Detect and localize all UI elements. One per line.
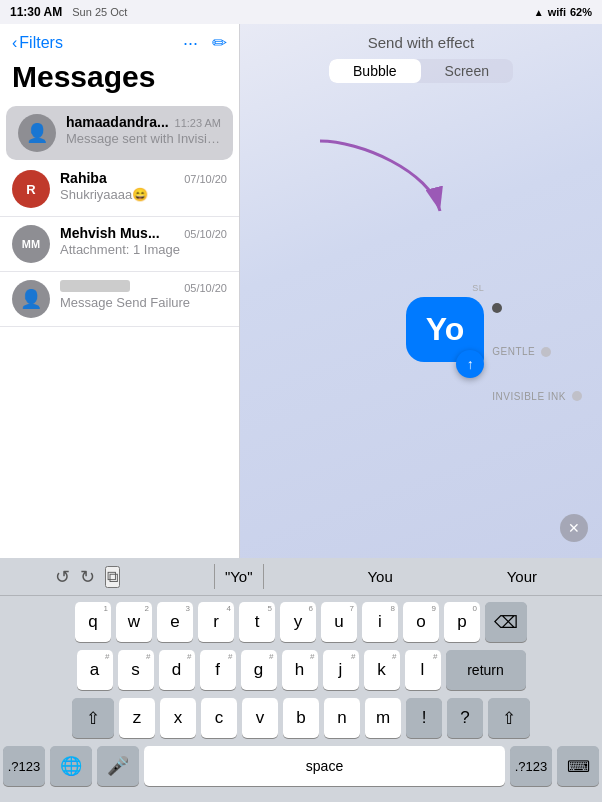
effect-dot-invisible — [572, 391, 582, 401]
key-p[interactable]: 0p — [444, 602, 480, 642]
effect-dot-gentle — [541, 347, 551, 357]
undo-button[interactable]: ↺ — [55, 566, 70, 588]
status-bar-left: 11:30 AM Sun 25 Oct — [10, 5, 127, 19]
key-s[interactable]: #s — [118, 650, 154, 690]
conv-name-rahiba: Rahiba — [60, 170, 107, 186]
effect-option-gentle[interactable]: GENTLE — [492, 346, 582, 357]
mic-key[interactable]: 🎤 — [97, 746, 139, 786]
conv-preview-hamaadandra: Message sent with Invisible Ink — [66, 131, 221, 146]
key-t[interactable]: 5t — [239, 602, 275, 642]
key-n[interactable]: n — [324, 698, 360, 738]
status-bar-right: ▲ wifi 62% — [534, 6, 592, 18]
sym-key-left[interactable]: .?123 — [3, 746, 45, 786]
conv-time-unknown: 05/10/20 — [184, 282, 227, 294]
conv-content-unknown: 05/10/20 Message Send Failure — [60, 280, 227, 310]
bubble-stack: SL Yo ↑ — [406, 283, 485, 362]
key-c[interactable]: c — [201, 698, 237, 738]
clipboard-button[interactable]: ⧉ — [105, 566, 120, 588]
key-e[interactable]: 3e — [157, 602, 193, 642]
effect-dot-slam — [492, 303, 502, 313]
chevron-left-icon: ‹ — [12, 34, 17, 52]
key-z[interactable]: z — [119, 698, 155, 738]
key-b[interactable]: b — [283, 698, 319, 738]
filters-button[interactable]: ‹ Filters — [12, 34, 63, 52]
key-h[interactable]: #h — [282, 650, 318, 690]
key-w[interactable]: 2w — [116, 602, 152, 642]
send-up-button[interactable]: ↑ — [456, 350, 484, 378]
key-r[interactable]: 4r — [198, 602, 234, 642]
key-y[interactable]: 6y — [280, 602, 316, 642]
close-button[interactable]: ✕ — [560, 514, 588, 542]
key-v[interactable]: v — [242, 698, 278, 738]
key-f[interactable]: #f — [200, 650, 236, 690]
key-d[interactable]: #d — [159, 650, 195, 690]
compose-button[interactable]: ✏ — [212, 32, 227, 54]
key-q[interactable]: 1q — [75, 602, 111, 642]
redo-button[interactable]: ↻ — [80, 566, 95, 588]
status-bar: 11:30 AM Sun 25 Oct ▲ wifi 62% — [0, 0, 602, 24]
key-u[interactable]: 7u — [321, 602, 357, 642]
conv-content-hamaadandra: hamaadandra... 11:23 AM Message sent wit… — [66, 114, 221, 146]
key-m[interactable]: m — [365, 698, 401, 738]
conversation-item-rahiba[interactable]: R Rahiba 07/10/20 Shukriyaaaa😄 — [0, 162, 239, 217]
autocorrect-item-you[interactable]: You — [357, 564, 402, 589]
effect-option-invisible[interactable]: INVISIBLE INK — [492, 391, 582, 402]
key-x[interactable]: x — [160, 698, 196, 738]
key-g[interactable]: #g — [241, 650, 277, 690]
tab-bubble[interactable]: Bubble — [329, 59, 421, 83]
key-k[interactable]: #k — [364, 650, 400, 690]
keyboard-area: ↺ ↻ ⧉ "Yo" You Your 1q 2w 3e 4r 5t 6y 7u… — [0, 558, 602, 802]
conversation-item-unknown[interactable]: 👤 05/10/20 Message Send Failure — [0, 272, 239, 327]
key-exclaim[interactable]: ! — [406, 698, 442, 738]
effect-label-invisible: INVISIBLE INK — [492, 391, 566, 402]
wifi-icon: wifi — [548, 6, 566, 18]
status-time: 11:30 AM — [10, 5, 62, 19]
keyboard-dismiss-key[interactable]: ⌨ — [557, 746, 599, 786]
send-label: SL — [472, 283, 484, 293]
key-row-3: ⇧ z x c v b n m ! ? ⇧ — [3, 698, 599, 738]
return-key[interactable]: return — [446, 650, 526, 690]
shift-right-key[interactable]: ⇧ — [488, 698, 530, 738]
signal-icon: ▲ — [534, 7, 544, 18]
avatar-mehvish: MM — [12, 225, 50, 263]
autocorrect-item-your[interactable]: Your — [497, 564, 547, 589]
shift-left-key[interactable]: ⇧ — [72, 698, 114, 738]
key-row-2: #a #s #d #f #g #h #j #k #l return — [3, 650, 599, 690]
sidebar-title: Messages — [12, 56, 227, 100]
key-o[interactable]: 9o — [403, 602, 439, 642]
filters-label: Filters — [19, 34, 63, 52]
avatar-rahiba: R — [12, 170, 50, 208]
autocorrect-item-quoted[interactable]: "Yo" — [214, 564, 264, 589]
bubble-area: SL Yo ↑ GENTLE INVISI — [240, 91, 602, 558]
tab-screen[interactable]: Screen — [421, 59, 513, 83]
key-l[interactable]: #l — [405, 650, 441, 690]
key-row-1: 1q 2w 3e 4r 5t 6y 7u 8i 9o 0p ⌫ — [3, 602, 599, 642]
right-panel: Send with effect Bubble Screen — [240, 24, 602, 558]
conversation-item-mehvish[interactable]: MM Mehvish Mus... 05/10/20 Attachment: 1… — [0, 217, 239, 272]
conversation-item-hamaadandra[interactable]: 👤 hamaadandra... 11:23 AM Message sent w… — [6, 106, 233, 160]
sidebar: ‹ Filters ··· ✏ Messages 👤 hamaadandra..… — [0, 24, 240, 558]
message-bubble: Yo ↑ — [406, 297, 485, 362]
space-key[interactable]: space — [144, 746, 505, 786]
conv-name-mehvish: Mehvish Mus... — [60, 225, 160, 241]
main-layout: ‹ Filters ··· ✏ Messages 👤 hamaadandra..… — [0, 24, 602, 558]
key-i[interactable]: 8i — [362, 602, 398, 642]
effect-option-slam[interactable] — [492, 303, 582, 313]
key-question[interactable]: ? — [447, 698, 483, 738]
sidebar-nav: ‹ Filters ··· ✏ — [12, 32, 227, 54]
key-j[interactable]: #j — [323, 650, 359, 690]
more-options-button[interactable]: ··· — [183, 32, 198, 54]
globe-key[interactable]: 🌐 — [50, 746, 92, 786]
undo-redo-group: ↺ ↻ ⧉ — [55, 566, 120, 588]
conv-time-hamaadandra: 11:23 AM — [175, 117, 221, 129]
key-a[interactable]: #a — [77, 650, 113, 690]
delete-key[interactable]: ⌫ — [485, 602, 527, 642]
conv-content-rahiba: Rahiba 07/10/20 Shukriyaaaa😄 — [60, 170, 227, 202]
conv-preview-unknown: Message Send Failure — [60, 295, 227, 310]
conv-time-rahiba: 07/10/20 — [184, 173, 227, 185]
key-row-4: .?123 🌐 🎤 space .?123 ⌨ — [3, 746, 599, 786]
sym-key-right[interactable]: .?123 — [510, 746, 552, 786]
effect-header: Send with effect Bubble Screen — [240, 24, 602, 91]
battery-label: 62% — [570, 6, 592, 18]
effect-label-gentle: GENTLE — [492, 346, 535, 357]
